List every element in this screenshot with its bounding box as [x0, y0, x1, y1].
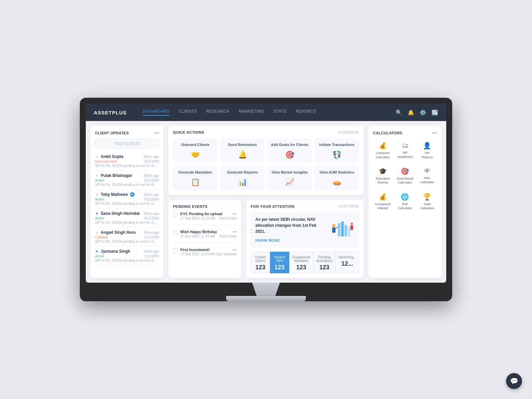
event-checkbox[interactable] [173, 212, 178, 217]
stat-tab[interactable]: Inactive SIPs 123 [270, 252, 289, 273]
client-updates-menu[interactable]: ••• [154, 130, 159, 136]
event-dots-menu[interactable]: ••• [232, 248, 237, 252]
client-time: 20min ago [143, 231, 159, 234]
client-id: #1221009 [144, 198, 159, 201]
client-id: #1221009 [144, 216, 159, 220]
client-name: Ankit Gupta [101, 154, 123, 159]
quick-action-item[interactable]: Add Goals for Clients 🎯 [267, 138, 312, 163]
quick-action-item[interactable]: View AUM Statistics 🥧 [315, 166, 359, 191]
stand-neck [243, 283, 289, 296]
quick-action-item[interactable]: Onboard Clients 🤝 [173, 138, 217, 163]
client-item[interactable]: ★ Angad Singh Hora 20min ago Callback #1… [95, 227, 159, 246]
client-row: ★ Sana Singh Harindar 20min ago [95, 211, 159, 216]
client-updates-panel: CLIENT UPDATES ••• FIND CLIENTS ★ Ankit … [90, 126, 164, 278]
event-checkbox[interactable] [173, 248, 178, 253]
nav-research[interactable]: RESEARCH [206, 109, 230, 116]
event-title: First Investment! [180, 248, 210, 252]
event-title: Wish Happy Birthday [180, 230, 217, 234]
qa-item-label: Generate Reports [227, 170, 258, 175]
event-meta-row: 17 Sep 2020, 11:24 AM Ankit Gupta [180, 216, 237, 220]
client-name-row: ★ Angad Singh Hora [95, 230, 136, 235]
nav-stats[interactable]: STATS [273, 109, 286, 116]
event-item: Wish Happy Birthday ••• 17 Sep 2020, 11:… [173, 230, 237, 243]
client-item[interactable]: ★ Pulak Bhatnagar 20min ago Active #1221… [95, 171, 159, 190]
calculator-item[interactable]: 🏆 Gold Calculator [417, 190, 437, 213]
client-updates-title: CLIENT UPDATES [95, 131, 129, 135]
settings-icon[interactable]: ⚙️ [420, 109, 426, 116]
client-status: Active [95, 198, 104, 201]
client-id: #1221009 [144, 179, 159, 182]
event-item: KYC Pending for upload ••• 17 Sep 2020, … [173, 212, 237, 225]
client-item[interactable]: ★ Toby Mathews ● 20min ago Active #12210… [95, 190, 159, 208]
client-status-row: Active #1221009 [95, 254, 159, 258]
event-dots-menu[interactable]: ••• [232, 212, 237, 216]
stat-tab[interactable]: Pending Activations 123 [313, 252, 335, 273]
star-icon[interactable]: ★ [95, 192, 99, 197]
find-clients-search[interactable]: FIND CLIENTS [95, 139, 159, 148]
client-item[interactable]: ★ Sana Singh Harindar 20min ago Active #… [95, 208, 159, 227]
navbar: ASSETPLUS DASHBOARD CLIENTS RESEARCH MAR… [86, 104, 446, 121]
svg-rect-2 [344, 225, 347, 236]
attention-customize-btn[interactable]: CUSTOMIZE [338, 204, 359, 208]
nav-clients[interactable]: CLIENTS [179, 109, 197, 116]
qa-item-icon: 🎯 [285, 151, 294, 159]
know-more-link[interactable]: KNOW MORE [255, 238, 280, 242]
qa-customize-btn[interactable]: CUSTOMIZE [338, 131, 359, 134]
stat-tab[interactable]: Unapproved Mandates 123 [289, 252, 313, 273]
chat-widget[interactable]: 💬 [506, 373, 522, 389]
calculators-menu[interactable]: ••• [432, 130, 437, 136]
calculator-item[interactable]: 💰 Compound Interest [373, 190, 393, 213]
search-icon[interactable]: 🔍 [396, 109, 402, 116]
stat-tab[interactable]: Upcoming... 12... [335, 252, 359, 273]
stat-tab[interactable]: Unpaid Orders 123 [251, 252, 270, 273]
calculator-item[interactable]: 🌐 EMI Calculator [395, 190, 415, 213]
client-status: Callback [95, 235, 108, 239]
calculator-item[interactable]: 👁 PPF Calculator [417, 165, 437, 188]
calculator-label: Lumpsum Calculator [374, 151, 391, 159]
nav-dashboard[interactable]: DASHBOARD [143, 109, 170, 116]
calculator-label: Education Planner [374, 177, 391, 185]
calculator-item[interactable]: 🗂 SIP Installment [395, 139, 415, 162]
star-icon[interactable]: ★ [95, 173, 99, 178]
event-checkbox[interactable] [173, 230, 178, 235]
logout-icon[interactable]: ↪️ [432, 109, 438, 116]
client-item[interactable]: ★ Ankit Gupta 20min ago Nonresponsive #1… [95, 152, 159, 171]
quick-action-item[interactable]: Send Reminders 🔔 [220, 138, 265, 163]
quick-action-item[interactable]: Generate Reports 📊 [220, 166, 265, 191]
bell-icon[interactable]: 🔔 [408, 109, 414, 116]
stats-tabs: Unpaid Orders 123 Inactive SIPs 123 Unap… [251, 252, 359, 273]
qa-item-label: View AUM Statistics [320, 170, 354, 175]
quick-action-item[interactable]: Generate Mandates 📋 [173, 166, 217, 191]
calculators-panel: CALCULATORS ••• 💰 Lumpsum Calculator 🗂 S… [368, 126, 442, 278]
star-icon[interactable]: ★ [95, 249, 99, 254]
calculator-item[interactable]: 🎯 Goal Based Calculator [395, 165, 415, 188]
stat-tab-label: Unapproved Mandates [292, 255, 310, 263]
prev-button[interactable]: ‹ [248, 227, 254, 233]
stat-tab-value: 123 [254, 264, 267, 271]
nav-marketing[interactable]: MARKETING [239, 109, 264, 116]
star-icon[interactable]: ★ [95, 230, 99, 235]
quick-action-item[interactable]: Initiate Transactions 💱 [315, 138, 359, 163]
calculator-item[interactable]: 👤 SIP Returns [417, 139, 437, 162]
calculator-icon: 💰 [379, 142, 387, 150]
stat-tab-value: 12... [338, 260, 356, 267]
event-dots-menu[interactable]: ••• [232, 230, 237, 234]
client-status: Active [95, 216, 104, 220]
star-icon[interactable]: ★ [95, 154, 99, 159]
stat-tab-label: Inactive SIPs [273, 255, 286, 263]
calculator-icon: 🗂 [402, 142, 408, 149]
calculator-label: SIP Installment [397, 151, 414, 159]
qa-item-label: Add Goals for Clients [271, 142, 308, 147]
calculator-item[interactable]: 💰 Lumpsum Calculator [373, 139, 393, 162]
svg-rect-0 [338, 223, 340, 236]
event-content: First Investment! ••• 17 Sep 2020, 11:24… [180, 248, 237, 256]
event-person: Toby Mathews [215, 252, 237, 256]
quick-action-item[interactable]: View Market Insights 📈 [267, 166, 312, 191]
attention-message: As per latest SEBI circular, NAV allocat… [255, 216, 325, 234]
calculator-item[interactable]: 🎓 Education Planner [373, 165, 393, 188]
client-item[interactable]: ★ Jyotsana Singh 20min ago Active #12210… [95, 246, 159, 265]
star-icon[interactable]: ★ [95, 211, 99, 216]
client-status-row: Active #1221009 [95, 179, 159, 182]
qa-item-icon: 📈 [285, 178, 294, 187]
nav-reports[interactable]: REPORTS [296, 109, 316, 116]
